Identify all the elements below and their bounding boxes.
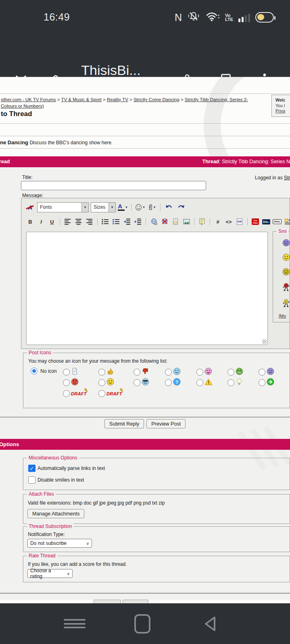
smiley-dancer-yellow-icon[interactable] xyxy=(282,299,290,310)
home-icon[interactable] xyxy=(126,603,159,644)
insert-image-icon[interactable] xyxy=(182,217,191,226)
rating-select[interactable]: Choose a rating∨ xyxy=(27,569,73,578)
wrap-image-icon[interactable] xyxy=(283,217,290,226)
no-icon-label: No icon xyxy=(40,368,57,374)
insert-link-icon[interactable] xyxy=(149,217,159,226)
post-icons-instruction: You may choose an icon for your message … xyxy=(28,358,167,364)
lightbulb-icon xyxy=(236,378,243,387)
post-icon-option-razz xyxy=(196,368,212,377)
outdent-icon[interactable] xyxy=(122,217,132,226)
code-icon[interactable]: <> xyxy=(224,217,234,226)
dailymotion-icon[interactable]: Dm●● xyxy=(261,217,271,226)
thread-subscription-section: Thread Subscription Notification Type: D… xyxy=(23,526,290,552)
remove-format-icon[interactable]: A xyxy=(25,203,35,212)
status-bar: 16:49 N VoLTE xyxy=(0,0,290,28)
unlink-icon[interactable] xyxy=(160,217,169,226)
php-icon[interactable]: PHP xyxy=(235,217,244,226)
align-center-icon[interactable] xyxy=(74,217,83,226)
smilie-menu-icon[interactable]: ▾ xyxy=(135,203,145,212)
list-unordered-icon[interactable] xyxy=(111,217,121,226)
back-icon[interactable] xyxy=(194,603,227,644)
svg-text:PHP: PHP xyxy=(238,220,242,223)
post-icon-radio-mad[interactable] xyxy=(63,379,70,386)
partial-button[interactable] xyxy=(94,600,121,603)
breadcrumb-link-strictly[interactable]: Strictly Come Dancing xyxy=(134,97,179,102)
wifi-icon xyxy=(205,11,220,24)
page-heading: to Thread xyxy=(1,110,32,118)
post-icon-option-thumbs-up xyxy=(98,368,114,377)
title-input[interactable] xyxy=(21,181,206,190)
post-icon-radio-draft[interactable] xyxy=(98,390,105,397)
post-icon-radio-thumbs-down[interactable] xyxy=(134,369,140,376)
attach-menu-icon[interactable]: ▾ xyxy=(147,203,156,212)
misc-options-section: Miscellaneous Options ✓ Automatically pa… xyxy=(23,458,290,490)
undo-icon[interactable] xyxy=(164,203,174,212)
smiley-smile-icon[interactable] xyxy=(282,253,290,263)
breadcrumb-link-reality-tv[interactable]: Reality TV xyxy=(107,97,128,102)
post-icon-radio-arrow[interactable] xyxy=(259,379,265,386)
editor-toolbar-row1: A Fonts▾ Sizes▾ A▾ ▾ ▾ xyxy=(25,201,186,213)
post-icon-radio-razz[interactable] xyxy=(196,369,203,376)
post-icon-radio-grin[interactable] xyxy=(227,369,234,376)
redo-icon[interactable] xyxy=(176,203,186,212)
manage-attachments-button[interactable]: Manage Attachments xyxy=(27,509,84,518)
post-icon-radio-shades[interactable] xyxy=(134,379,140,386)
no-icon-radio[interactable] xyxy=(31,368,38,374)
username-link[interactable]: Stri xyxy=(284,175,290,181)
list-ordered-icon[interactable] xyxy=(100,217,110,226)
clock: 16:49 xyxy=(44,11,70,23)
font-color-icon[interactable]: A▾ xyxy=(118,203,127,212)
parse-links-checkbox[interactable]: ✓ xyxy=(28,465,35,472)
quote-icon[interactable] xyxy=(197,217,207,226)
post-icon-option-document xyxy=(63,368,78,377)
italic-icon[interactable]: I xyxy=(36,217,46,226)
message-textarea[interactable] xyxy=(26,232,268,345)
smilies-panel: Smi [Mo xyxy=(273,231,290,322)
breadcrumb-link-forums[interactable]: other.com - UK TV Forums xyxy=(1,97,56,102)
sizes-select[interactable]: Sizes▾ xyxy=(91,202,116,212)
mad-icon xyxy=(71,378,79,387)
fonts-select[interactable]: Fonts▾ xyxy=(37,202,89,212)
align-left-icon[interactable] xyxy=(63,217,73,226)
post-icon-radio-question[interactable] xyxy=(165,379,172,386)
post-icon-radio-smile[interactable] xyxy=(98,379,105,386)
battery-icon xyxy=(255,12,274,23)
title-label: Title: xyxy=(22,175,33,180)
post-icon-option-thumbs-down xyxy=(134,368,149,377)
welcome-box: Welc You l Priva xyxy=(271,95,290,117)
smiley-confused-icon[interactable] xyxy=(282,239,290,248)
preview-post-button[interactable]: Preview Post xyxy=(146,419,186,428)
post-icons-legend: Post Icons xyxy=(27,350,53,355)
private-messages-link[interactable]: Priva xyxy=(275,108,290,114)
breadcrumb-link-tv-music-sport[interactable]: TV & Music & Sport xyxy=(61,97,101,102)
disable-smilies-checkbox[interactable] xyxy=(28,476,35,484)
chevron-down-icon: ∨ xyxy=(67,571,72,576)
underline-icon[interactable]: U xyxy=(47,217,57,226)
youtube-icon[interactable]: YouTube xyxy=(250,217,260,226)
more-smilies-link[interactable]: [Mo xyxy=(279,314,286,318)
question-icon: ? xyxy=(173,378,181,387)
submit-reply-button[interactable]: Submit Reply xyxy=(104,419,144,428)
partial-button[interactable] xyxy=(123,600,148,603)
post-icon-radio-draft[interactable] xyxy=(63,390,70,397)
align-right-icon[interactable] xyxy=(85,217,94,226)
post-icon-radio-exclamation[interactable] xyxy=(196,379,203,386)
post-icon-radio-document[interactable] xyxy=(63,369,70,376)
bold-icon[interactable]: B xyxy=(25,217,35,226)
misc-options-legend: Miscellaneous Options xyxy=(27,455,79,461)
hash-icon[interactable]: # xyxy=(213,217,223,226)
post-icon-radio-cool[interactable] xyxy=(165,369,172,376)
spoiler-icon[interactable]: SPOIL xyxy=(272,217,282,226)
indent-icon[interactable] xyxy=(133,217,143,226)
welcome-text: Welc xyxy=(275,98,290,103)
post-icon-radio-lightbulb[interactable] xyxy=(227,379,234,386)
menu-icon[interactable] xyxy=(58,603,91,644)
post-icon-radio-sad[interactable] xyxy=(259,369,265,376)
divider xyxy=(0,417,290,418)
smiley-frown-icon[interactable] xyxy=(282,268,290,277)
smiley-dancer-red-icon[interactable] xyxy=(282,283,290,293)
resize-handle[interactable] xyxy=(262,339,267,344)
insert-email-icon[interactable] xyxy=(171,217,180,226)
post-icon-radio-thumbs-up[interactable] xyxy=(98,369,105,376)
notification-type-select[interactable]: Do not subscribe∨ xyxy=(27,539,92,548)
